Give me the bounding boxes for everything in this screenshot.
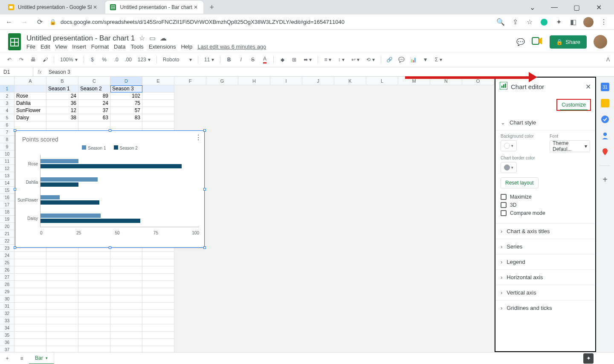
cell[interactable] (46, 295, 78, 303)
browser-tab-sheets[interactable]: Untitled presentation - Bar chart ✕ (105, 1, 203, 14)
merge-cells-button[interactable]: ⬌ ▾ (301, 57, 314, 63)
insert-comment-button[interactable]: 💬 (397, 55, 407, 65)
col-header[interactable]: C (78, 77, 110, 85)
cell[interactable] (46, 332, 78, 339)
maximize-icon[interactable]: ▢ (568, 1, 585, 14)
cell[interactable] (14, 295, 46, 303)
cell[interactable] (78, 281, 110, 288)
cell[interactable] (46, 259, 78, 266)
row-header[interactable]: 17 (0, 201, 14, 208)
bg-color-button[interactable]: ▾ (501, 140, 517, 151)
calendar-icon[interactable]: 31 (601, 83, 609, 91)
cell[interactable]: Daisy (14, 114, 46, 121)
star-icon[interactable]: ☆ (139, 34, 145, 42)
row-header[interactable]: 23 (0, 245, 14, 252)
cell[interactable] (110, 310, 142, 317)
cell[interactable]: Season 3 (110, 85, 142, 92)
row-header[interactable]: 22 (0, 237, 14, 245)
chevron-down-icon[interactable]: ⌄ (524, 1, 541, 14)
col-header[interactable]: A (14, 77, 46, 85)
cell[interactable] (142, 295, 174, 303)
menu-edit[interactable]: Edit (41, 43, 50, 50)
cell[interactable] (142, 332, 174, 339)
cell[interactable] (78, 295, 110, 303)
cell[interactable] (142, 339, 174, 346)
cell[interactable] (14, 346, 46, 352)
row-header[interactable]: 33 (0, 317, 14, 324)
cell[interactable] (142, 107, 174, 114)
functions-button[interactable]: Σ ▾ (432, 57, 445, 63)
browser-tab-slides[interactable]: Untitled presentation - Google Sl ✕ (3, 1, 103, 14)
cell[interactable] (46, 288, 78, 295)
cell[interactable] (78, 339, 110, 346)
cell[interactable] (14, 324, 46, 332)
cell[interactable] (110, 339, 142, 346)
cell[interactable] (14, 85, 46, 92)
redo-button[interactable]: ↷ (16, 55, 26, 65)
doc-title[interactable]: Untitled presentation - Bar chart 1 (26, 34, 135, 43)
menu-data[interactable]: Data (114, 43, 125, 50)
cell[interactable] (46, 266, 78, 274)
row-header[interactable]: 28 (0, 281, 14, 288)
row-header[interactable]: 19 (0, 216, 14, 223)
row-header[interactable]: 2 (0, 92, 14, 100)
col-header[interactable]: O (462, 77, 494, 85)
cell[interactable]: 36 (46, 100, 78, 107)
row-header[interactable]: 31 (0, 303, 14, 310)
cell[interactable] (110, 121, 142, 129)
filter-button[interactable]: ▼ (420, 55, 431, 65)
cell[interactable] (110, 266, 142, 274)
cell[interactable] (78, 288, 110, 295)
menu-view[interactable]: View (55, 43, 67, 50)
close-panel-icon[interactable]: ✕ (585, 83, 591, 91)
cell[interactable] (14, 274, 46, 281)
section-collapsed[interactable]: ›Horizontal axis (495, 269, 595, 285)
row-header[interactable]: 36 (0, 339, 14, 346)
row-header[interactable]: 15 (0, 187, 14, 194)
cell[interactable] (14, 332, 46, 339)
checkbox-compare[interactable]: Compare mode (501, 210, 590, 216)
font-dropdown[interactable]: Theme Defaul...▾ (550, 140, 590, 152)
cell[interactable] (110, 346, 142, 352)
share-button[interactable]: 🔒Share (550, 35, 587, 49)
cell[interactable]: 63 (78, 114, 110, 121)
row-header[interactable]: 25 (0, 259, 14, 266)
cell[interactable] (14, 121, 46, 129)
row-header[interactable]: 13 (0, 172, 14, 179)
cell[interactable]: 24 (46, 92, 78, 100)
row-header[interactable]: 12 (0, 165, 14, 172)
zoom-dropdown[interactable]: 100%▾ (58, 57, 80, 63)
valign-button[interactable]: ↕ ▾ (336, 57, 347, 63)
row-header[interactable]: 10 (0, 150, 14, 158)
back-button[interactable]: ← (3, 17, 14, 28)
row-header[interactable]: 27 (0, 274, 14, 281)
row-header[interactable]: 4 (0, 107, 14, 114)
cell[interactable] (110, 259, 142, 266)
chart-kebab-icon[interactable]: ⋮ (195, 133, 202, 142)
cell[interactable]: Dahlia (14, 100, 46, 107)
keep-icon[interactable] (601, 99, 609, 107)
section-collapsed[interactable]: ›Legend (495, 254, 595, 269)
cell[interactable] (110, 332, 142, 339)
checkbox-3d[interactable]: 3D (501, 202, 590, 208)
print-button[interactable]: 🖶 (28, 55, 38, 65)
cell[interactable]: 75 (110, 100, 142, 107)
cell[interactable] (142, 317, 174, 324)
cell[interactable] (46, 310, 78, 317)
cell[interactable] (78, 310, 110, 317)
border-color-button[interactable]: ▾ (501, 162, 517, 173)
cell[interactable] (78, 252, 110, 259)
plus-addons-icon[interactable]: + (601, 175, 609, 184)
undo-button[interactable]: ↶ (4, 55, 14, 65)
move-folder-icon[interactable]: ▭ (149, 34, 156, 42)
cell[interactable] (78, 346, 110, 352)
cell[interactable]: Rose (14, 92, 46, 100)
row-header[interactable]: 21 (0, 230, 14, 237)
rotate-button[interactable]: ⟲ ▾ (364, 57, 377, 63)
col-header[interactable]: M (398, 77, 430, 85)
contacts-icon[interactable] (601, 131, 609, 140)
all-sheets-button[interactable]: ≡ (14, 352, 29, 364)
cell[interactable] (78, 274, 110, 281)
number-format-dropdown[interactable]: 123▾ (135, 57, 153, 63)
account-avatar[interactable] (594, 35, 607, 49)
